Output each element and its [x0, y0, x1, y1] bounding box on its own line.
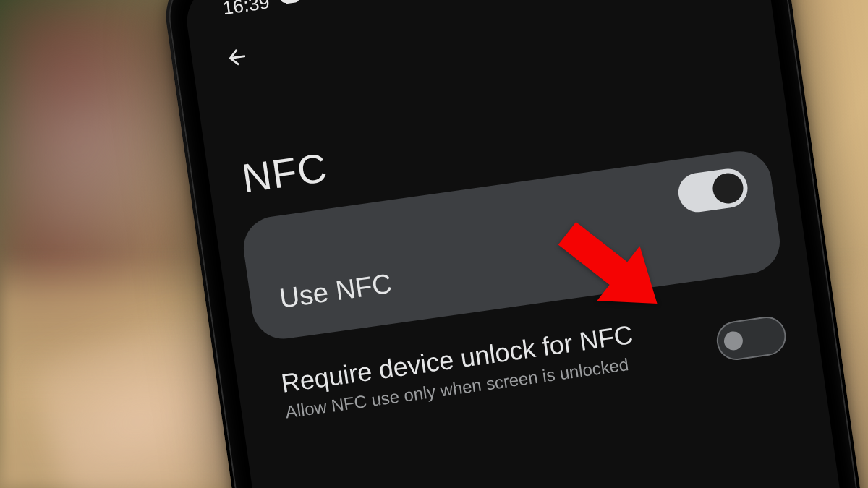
toggle-thumb-icon: [711, 171, 745, 205]
cloud-icon: [278, 0, 302, 12]
status-bar: 16:39 75%: [183, 0, 764, 30]
arrow-back-icon: [223, 43, 251, 74]
require-unlock-toggle[interactable]: [714, 314, 788, 363]
page-title: NFC: [239, 144, 331, 202]
status-bar-left: 16:39: [221, 0, 302, 20]
require-unlock-text: Require device unlock for NFC Allow NFC …: [279, 320, 638, 423]
clock-text: 16:39: [221, 0, 271, 20]
phone-screen: 16:39 75%: [182, 0, 868, 488]
phone-device: 16:39 75%: [159, 0, 868, 488]
app-bar: [219, 40, 255, 77]
back-button[interactable]: [219, 40, 255, 77]
use-nfc-label: Use NFC: [278, 268, 397, 339]
photo-scene: 16:39 75%: [0, 0, 868, 488]
toggle-thumb-icon: [723, 330, 744, 351]
use-nfc-toggle[interactable]: [676, 166, 750, 215]
